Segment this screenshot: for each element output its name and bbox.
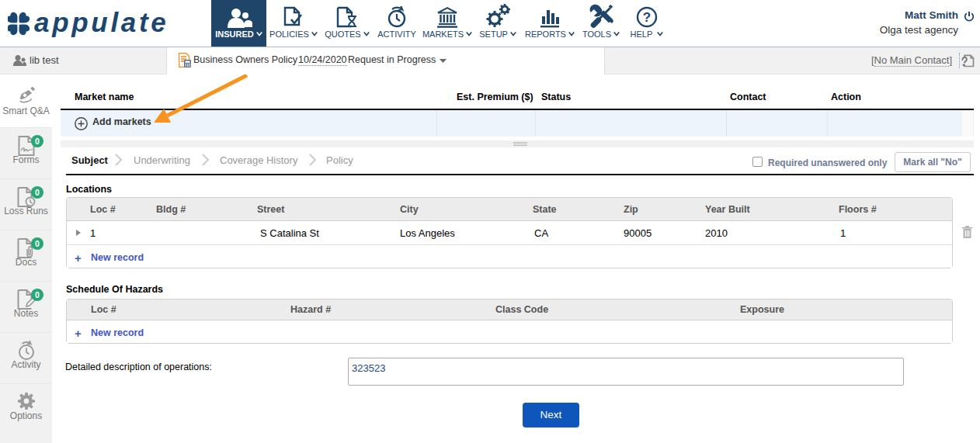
svg-text:appulate: appulate	[34, 9, 169, 37]
svg-text:?: ?	[643, 10, 651, 25]
